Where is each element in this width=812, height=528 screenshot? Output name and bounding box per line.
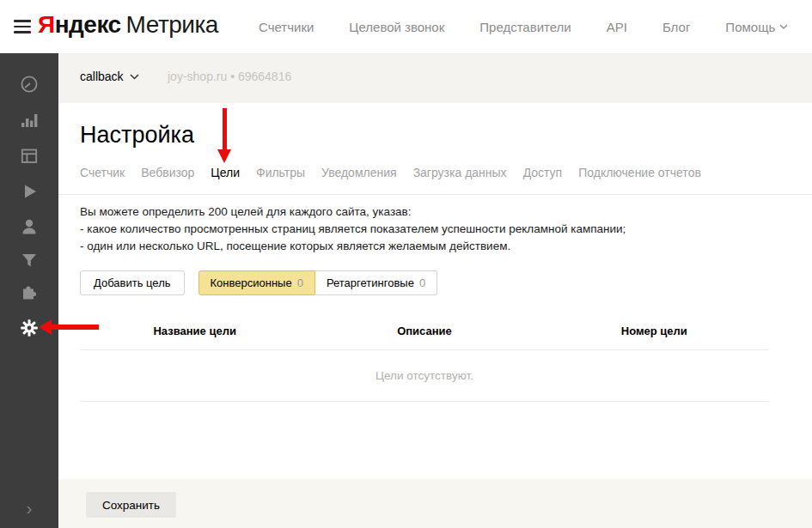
annotation-arrow-down-shaft [223, 108, 227, 149]
sidebar-item-dashboard[interactable] [0, 144, 58, 168]
sidebar-item-segments[interactable] [0, 248, 58, 272]
toggle-label: Конверсионные [211, 276, 292, 289]
settings-tabs: Счетчик Вебвизор Цели Фильтры Уведомлени… [80, 166, 701, 179]
goals-controls: Добавить цель Конверсионные 0 Ретаргетин… [80, 270, 437, 295]
goal-type-toggle-group: Конверсионные 0 Ретаргетинговые 0 [198, 270, 438, 295]
goals-description: Вы можете определить 200 целей для каждо… [80, 203, 626, 255]
goals-empty-state: Цели отсутствуют. [80, 350, 769, 401]
nav-representatives[interactable]: Представители [479, 20, 571, 34]
user-icon [19, 216, 40, 237]
nav-api[interactable]: API [607, 20, 627, 34]
counter-site-and-id: joy-shop.ru • 69664816 [168, 70, 291, 83]
sidebar-item-visitors[interactable] [0, 215, 58, 239]
counter-name: callback [80, 70, 124, 83]
column-description: Описание [309, 325, 539, 337]
add-goal-button[interactable]: Добавить цель [80, 270, 185, 295]
sidebar-item-webvisor[interactable] [0, 179, 58, 203]
yandex-metrika-settings-page: ЯндексМетрика Счетчики Целевой звонок Пр… [0, 0, 812, 528]
description-line: - один или несколько URL, посещение кото… [80, 238, 626, 255]
tab-reports-connection[interactable]: Подключение отчетов [578, 166, 701, 179]
nav-counters[interactable]: Счетчики [259, 20, 314, 34]
hamburger-menu-icon[interactable] [14, 20, 31, 33]
chevron-down-icon [130, 74, 139, 80]
yandex-metrika-logo[interactable]: ЯндексМетрика [38, 11, 218, 39]
description-line: - какое количество просмотренных страниц… [80, 221, 626, 238]
main-content: Настройка Счетчик Вебвизор Цели Фильтры … [58, 103, 812, 479]
dashboard-layout-icon [19, 146, 40, 167]
logo-product: Метрика [126, 11, 218, 38]
page-title: Настройка [80, 122, 194, 149]
toggle-retargeting-goals[interactable]: Ретаргетинговые 0 [315, 270, 437, 295]
goals-table: Название цели Описание Номер цели Цели о… [80, 325, 769, 402]
column-goal-number: Номер цели [540, 325, 769, 337]
goals-table-header: Название цели Описание Номер цели [80, 325, 769, 349]
chevron-right-icon: › [27, 498, 33, 519]
tab-filters[interactable]: Фильтры [256, 166, 305, 179]
sidebar-expand-chevron[interactable]: › [0, 497, 58, 519]
annotation-arrow-left-shaft [50, 325, 99, 330]
puzzle-icon [19, 282, 40, 303]
annotation-arrow-down-head [217, 149, 231, 163]
goal-count-badge: 0 [297, 276, 303, 289]
nav-blog[interactable]: Блог [662, 20, 690, 34]
nav-help[interactable]: Помощь [725, 20, 788, 34]
chevron-down-icon [779, 24, 788, 29]
sidebar-item-reports[interactable] [0, 108, 58, 132]
tab-webvisor[interactable]: Вебвизор [141, 166, 194, 179]
tab-counter[interactable]: Счетчик [80, 166, 125, 179]
tab-notifications[interactable]: Уведомления [321, 166, 397, 179]
logo-brand: ндекс [55, 11, 121, 38]
goal-count-badge: 0 [419, 276, 425, 289]
save-button[interactable]: Сохранить [86, 492, 176, 518]
tabs-divider [58, 194, 812, 195]
top-navigation: Счетчики Целевой звонок Представители AP… [259, 0, 788, 53]
counter-bar: callback joy-shop.ru • 69664816 [58, 53, 812, 103]
tab-access[interactable]: Доступ [523, 166, 563, 179]
description-line: Вы можете определить 200 целей для каждо… [80, 203, 626, 221]
toggle-label: Ретаргетинговые [327, 276, 414, 289]
logo-letter: Я [38, 11, 55, 38]
sidebar-item-summary[interactable] [0, 72, 58, 96]
nav-target-call[interactable]: Целевой звонок [349, 20, 444, 34]
gear-icon [18, 317, 40, 339]
sidebar-item-integrations[interactable] [0, 281, 58, 305]
top-bar: ЯндексМетрика Счетчики Целевой звонок Пр… [0, 0, 812, 53]
toggle-conversion-goals[interactable]: Конверсионные 0 [198, 270, 315, 295]
left-sidebar: › [0, 53, 58, 528]
table-divider [80, 401, 769, 402]
filter-icon [19, 250, 40, 270]
tab-data-upload[interactable]: Загрузка данных [413, 166, 507, 179]
counter-selector[interactable]: callback [80, 70, 139, 83]
bar-chart-icon [19, 110, 40, 130]
speedometer-icon [19, 74, 40, 94]
column-goal-name: Название цели [80, 325, 309, 337]
footer-bar: Сохранить [58, 479, 812, 528]
play-icon [19, 181, 40, 202]
tab-goals[interactable]: Цели [211, 166, 240, 179]
